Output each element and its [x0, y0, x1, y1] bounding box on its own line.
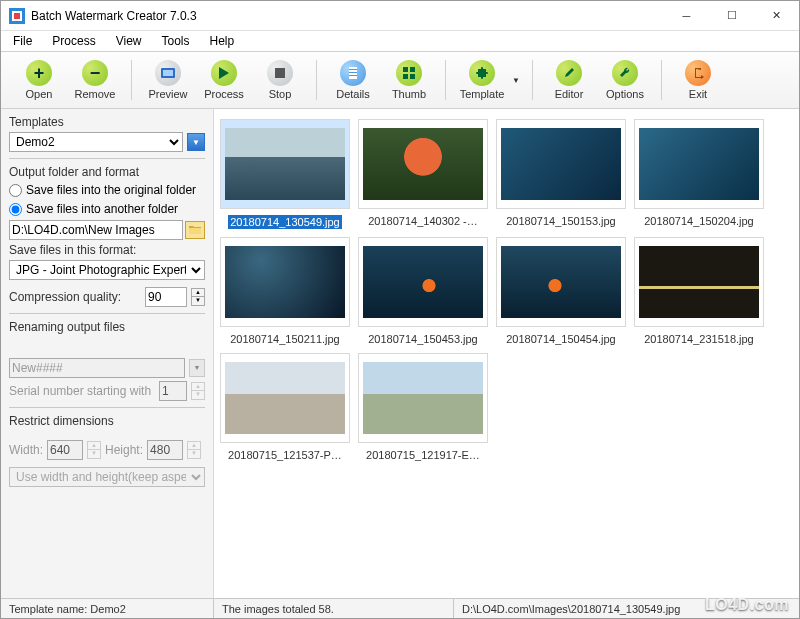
- editor-button[interactable]: Editor: [543, 55, 595, 105]
- thumbnail-caption: 20180714_150211.jpg: [230, 333, 340, 345]
- height-input: [147, 440, 183, 460]
- width-input: [47, 440, 83, 460]
- window-title: Batch Watermark Creator 7.0.3: [31, 9, 197, 23]
- compression-up[interactable]: ▲: [191, 288, 205, 297]
- menubar: File Process View Tools Help: [1, 31, 799, 51]
- compression-label: Compression quality:: [9, 290, 141, 304]
- svg-rect-12: [410, 67, 415, 72]
- maximize-button[interactable]: ☐: [709, 2, 754, 30]
- svg-marker-5: [219, 67, 229, 79]
- menu-tools[interactable]: Tools: [154, 32, 198, 50]
- menu-process[interactable]: Process: [44, 32, 103, 50]
- svg-rect-2: [14, 13, 20, 19]
- close-button[interactable]: ✕: [754, 2, 799, 30]
- svg-rect-9: [349, 72, 357, 73]
- stop-button[interactable]: Stop: [254, 55, 306, 105]
- thumbnail-item[interactable]: 20180715_121537-P…: [220, 353, 350, 461]
- remove-button[interactable]: − Remove: [69, 55, 121, 105]
- width-label: Width:: [9, 443, 43, 457]
- thumbnail-item[interactable]: 20180714_130549.jpg: [220, 119, 350, 229]
- process-button[interactable]: Process: [198, 55, 250, 105]
- sidebar: Templates Demo2 ▼ Output folder and form…: [1, 109, 214, 598]
- serial-input: [159, 381, 187, 401]
- app-icon: [9, 8, 25, 24]
- options-button[interactable]: Options: [599, 55, 651, 105]
- svg-rect-13: [403, 74, 408, 79]
- thumbnail-caption: 20180714_150204.jpg: [644, 215, 754, 227]
- thumbnail-caption: 20180715_121917-E…: [366, 449, 480, 461]
- template-button[interactable]: Template: [456, 55, 508, 105]
- svg-rect-14: [410, 74, 415, 79]
- thumbnail-caption: 20180714_231518.jpg: [644, 333, 754, 345]
- thumbnail-item[interactable]: 20180714_150454.jpg: [496, 237, 626, 345]
- rename-dropdown: ▼: [189, 359, 205, 377]
- thumb-button[interactable]: Thumb: [383, 55, 435, 105]
- thumbnail-caption: 20180714_130549.jpg: [228, 215, 342, 229]
- open-button[interactable]: + Open: [13, 55, 65, 105]
- site-watermark: LO4D.com: [705, 596, 789, 614]
- radio-original-folder[interactable]: [9, 184, 22, 197]
- restrict-header: Restrict dimensions: [9, 414, 205, 428]
- status-total: The images totaled 58.: [214, 599, 454, 618]
- templates-label: Templates: [9, 115, 205, 129]
- compression-input[interactable]: [145, 287, 187, 307]
- serial-up: ▲: [191, 382, 205, 391]
- thumbnail-item[interactable]: 20180714_150153.jpg: [496, 119, 626, 229]
- aspect-select: Use width and height(keep aspect: [9, 467, 205, 487]
- serial-label: Serial number starting with: [9, 384, 155, 398]
- rename-header: Renaming output files: [9, 320, 205, 334]
- serial-down: ▼: [191, 391, 205, 400]
- template-dropdown-button[interactable]: ▼: [187, 133, 205, 151]
- status-template-name: Template name: Demo2: [1, 599, 214, 618]
- output-path-input[interactable]: [9, 220, 183, 240]
- thumbnail-caption: 20180714_150153.jpg: [506, 215, 616, 227]
- output-header: Output folder and format: [9, 165, 205, 179]
- puzzle-icon: [469, 60, 495, 86]
- stop-icon: [267, 60, 293, 86]
- plus-icon: +: [26, 60, 52, 86]
- minus-icon: −: [82, 60, 108, 86]
- svg-rect-8: [349, 69, 357, 70]
- thumbnail-item[interactable]: 20180714_150453.jpg: [358, 237, 488, 345]
- thumbnail-item[interactable]: 20180714_140302 -…: [358, 119, 488, 229]
- format-select[interactable]: JPG - Joint Photographic Experts (: [9, 260, 205, 280]
- thumbnail-pane[interactable]: 20180714_130549.jpg20180714_140302 -…201…: [214, 109, 799, 598]
- browse-folder-button[interactable]: [185, 221, 205, 239]
- exit-icon: [685, 60, 711, 86]
- thumbnail-caption: 20180714_140302 -…: [368, 215, 477, 227]
- play-icon: [211, 60, 237, 86]
- editor-icon: [556, 60, 582, 86]
- menu-file[interactable]: File: [5, 32, 40, 50]
- height-label: Height:: [105, 443, 143, 457]
- template-select[interactable]: Demo2: [9, 132, 183, 152]
- preview-icon: [155, 60, 181, 86]
- minimize-button[interactable]: ─: [664, 2, 709, 30]
- menu-view[interactable]: View: [108, 32, 150, 50]
- toolbar: + Open − Remove Preview Process Stop Det…: [1, 51, 799, 109]
- menu-help[interactable]: Help: [202, 32, 243, 50]
- details-icon: [340, 60, 366, 86]
- thumbnail-item[interactable]: 20180714_150204.jpg: [634, 119, 764, 229]
- svg-rect-6: [275, 68, 285, 78]
- wrench-icon: [612, 60, 638, 86]
- thumbnail-item[interactable]: 20180715_121917-E…: [358, 353, 488, 461]
- svg-rect-4: [163, 70, 173, 76]
- statusbar: Template name: Demo2 The images totaled …: [1, 598, 799, 618]
- template-dropdown[interactable]: ▼: [512, 55, 522, 105]
- thumbnail-caption: 20180714_150454.jpg: [506, 333, 616, 345]
- format-label: Save files in this format:: [9, 243, 205, 257]
- svg-rect-10: [349, 75, 357, 76]
- titlebar: Batch Watermark Creator 7.0.3 ─ ☐ ✕: [1, 1, 799, 31]
- radio-another-folder[interactable]: [9, 203, 22, 216]
- details-button[interactable]: Details: [327, 55, 379, 105]
- rename-pattern-input: [9, 358, 185, 378]
- exit-button[interactable]: Exit: [672, 55, 724, 105]
- preview-button[interactable]: Preview: [142, 55, 194, 105]
- svg-rect-11: [403, 67, 408, 72]
- thumbnail-caption: 20180714_150453.jpg: [368, 333, 478, 345]
- compression-down[interactable]: ▼: [191, 297, 205, 306]
- thumbnail-item[interactable]: 20180714_150211.jpg: [220, 237, 350, 345]
- thumbnail-item[interactable]: 20180714_231518.jpg: [634, 237, 764, 345]
- thumb-icon: [396, 60, 422, 86]
- thumbnail-caption: 20180715_121537-P…: [228, 449, 342, 461]
